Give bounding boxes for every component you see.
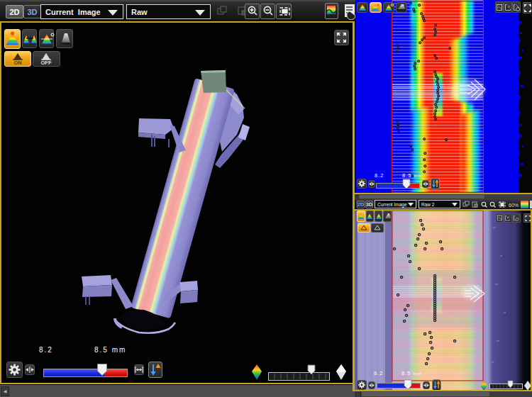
svg-text:ON: ON	[13, 60, 21, 66]
svg-text:60%: 60%	[509, 203, 519, 208]
svg-text:OFF: OFF	[41, 60, 52, 66]
